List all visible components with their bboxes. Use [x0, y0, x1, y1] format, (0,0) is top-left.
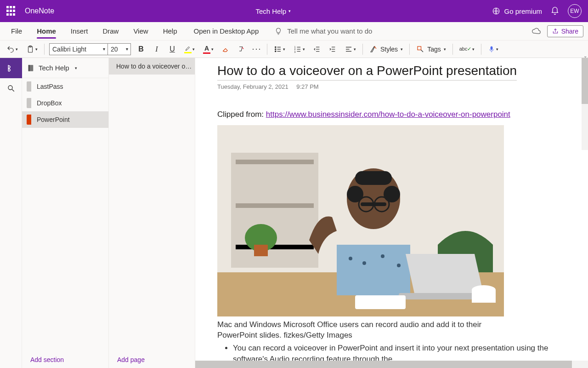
clipped-from: Clipped from: https://www.businessinside…	[217, 109, 566, 121]
notifications-button[interactable]	[550, 6, 560, 16]
separator	[44, 44, 45, 55]
left-rail	[0, 58, 22, 368]
number-list-button[interactable]: 123 ▾	[292, 44, 307, 54]
tab-home[interactable]: Home	[31, 22, 62, 40]
page-item[interactable]: How to do a voiceover o…	[109, 58, 195, 75]
svg-line-28	[12, 89, 14, 92]
svg-point-47	[349, 257, 352, 260]
format-painter-button[interactable]	[236, 44, 247, 55]
page-title[interactable]: How to do a voiceover on a PowerPoint pr…	[217, 63, 517, 80]
share-button[interactable]: Share	[547, 25, 583, 37]
chevron-down-icon: ▾	[303, 47, 305, 52]
separator	[267, 44, 267, 55]
horizontal-scrollbar[interactable]	[195, 361, 588, 368]
scrollbar-thumb[interactable]	[195, 361, 572, 368]
add-page-button[interactable]: Add page	[109, 351, 195, 368]
chevron-down-icon: ▾	[35, 47, 38, 52]
sync-status-button[interactable]	[531, 27, 541, 36]
svg-rect-33	[231, 153, 318, 268]
bold-button[interactable]: B	[136, 44, 147, 55]
svg-rect-35	[236, 203, 314, 208]
font-family-select[interactable]: Calibri Light ▾	[49, 43, 108, 55]
home-toolbar: ▾ ▾ Calibri Light ▾ 20 ▾ B I U ▾ A ▾	[0, 40, 588, 58]
svg-point-4	[275, 48, 276, 49]
microphone-icon	[488, 45, 495, 53]
add-section-button[interactable]: Add section	[22, 351, 108, 368]
bullet-list-button[interactable]: ▾	[272, 44, 287, 54]
styles-button[interactable]: Styles ▾	[368, 44, 405, 54]
chevron-down-icon: ▾	[472, 47, 475, 52]
highlight-button[interactable]: ▾	[182, 44, 197, 54]
chevron-down-icon: ▾	[75, 66, 77, 70]
tab-view[interactable]: View	[128, 22, 153, 40]
section-item[interactable]: PowerPoint	[22, 111, 108, 128]
spellcheck-button[interactable]: abc✓ ▾	[458, 45, 477, 53]
section-item[interactable]: DropBox	[22, 95, 108, 111]
outdent-icon	[313, 45, 321, 53]
more-formatting-button[interactable]: ···	[251, 44, 262, 55]
note-canvas[interactable]: How to do a voiceover on a PowerPoint pr…	[195, 58, 588, 368]
tell-me-search[interactable]: Tell me what you want to do	[266, 22, 531, 40]
separator	[452, 44, 453, 55]
clip-link[interactable]: https://www.businessinsider.com/how-to-d…	[266, 110, 510, 119]
font-color-button[interactable]: A ▾	[201, 44, 215, 55]
chevron-down-icon: ▾	[211, 47, 214, 52]
go-premium-label: Go premium	[504, 7, 542, 15]
navigation-toggle-button[interactable]	[0, 58, 22, 78]
italic-button[interactable]: I	[151, 44, 162, 55]
search-button[interactable]	[0, 78, 22, 98]
avatar-initials: EW	[570, 8, 579, 14]
separator	[409, 44, 410, 55]
clipped-image[interactable]	[217, 125, 504, 316]
svg-rect-40	[355, 171, 392, 185]
notebook-small-icon	[27, 63, 35, 73]
tags-button[interactable]: Tags ▾	[414, 44, 448, 54]
workspace: Tech Help ▾ LastPassDropBoxPowerPoint Ad…	[0, 58, 588, 368]
scrollbar-thumb[interactable]	[582, 58, 588, 104]
cloud-sync-icon	[531, 27, 541, 36]
svg-rect-25	[491, 46, 492, 50]
bell-icon	[550, 6, 560, 16]
diamond-icon	[492, 7, 500, 15]
bold-icon: B	[138, 45, 144, 53]
underline-button[interactable]: U	[167, 44, 178, 55]
align-button[interactable]: ▾	[343, 44, 358, 54]
user-avatar[interactable]: EW	[568, 4, 582, 18]
clear-formatting-button[interactable]	[220, 44, 231, 55]
tab-draw[interactable]: Draw	[97, 22, 124, 40]
search-icon	[7, 84, 15, 92]
open-in-desktop-button[interactable]: Open in Desktop App	[187, 22, 266, 40]
svg-point-50	[397, 264, 401, 267]
section-color-tab	[27, 98, 31, 108]
indent-button[interactable]	[327, 44, 338, 55]
chevron-down-icon: ▾	[192, 47, 195, 52]
highlight-icon	[184, 45, 192, 53]
section-label: DropBox	[37, 99, 62, 107]
undo-icon	[6, 45, 15, 53]
font-size-select[interactable]: 20 ▾	[108, 43, 131, 55]
svg-point-27	[8, 86, 12, 90]
app-launcher-icon[interactable]	[6, 6, 17, 16]
tab-file[interactable]: File	[6, 22, 28, 40]
svg-rect-53	[472, 290, 496, 303]
italic-icon: I	[155, 45, 158, 53]
go-premium-button[interactable]: Go premium	[492, 7, 542, 15]
outdent-button[interactable]	[311, 44, 322, 55]
tags-label: Tags	[427, 46, 441, 53]
page-timestamp: Tuesday, February 2, 2021 9:27 PM	[217, 83, 566, 90]
separator	[481, 44, 481, 55]
clipboard-icon	[26, 45, 34, 54]
align-left-icon	[345, 45, 353, 53]
dictate-button[interactable]: ▾	[486, 44, 500, 54]
undo-button[interactable]: ▾	[5, 44, 20, 54]
notebook-title-dropdown[interactable]: Tech Help ▾	[255, 7, 291, 15]
tab-insert[interactable]: Insert	[65, 22, 94, 40]
tab-help[interactable]: Help	[158, 22, 183, 40]
paste-button[interactable]: ▾	[24, 44, 40, 55]
tell-me-placeholder: Tell me what you want to do	[287, 27, 372, 35]
section-item[interactable]: LastPass	[22, 78, 108, 95]
notebook-picker[interactable]: Tech Help ▾	[22, 58, 108, 78]
page-date: Tuesday, February 2, 2021	[217, 83, 288, 90]
vertical-scrollbar[interactable]	[582, 58, 588, 150]
notebook-name: Tech Help	[39, 64, 69, 72]
